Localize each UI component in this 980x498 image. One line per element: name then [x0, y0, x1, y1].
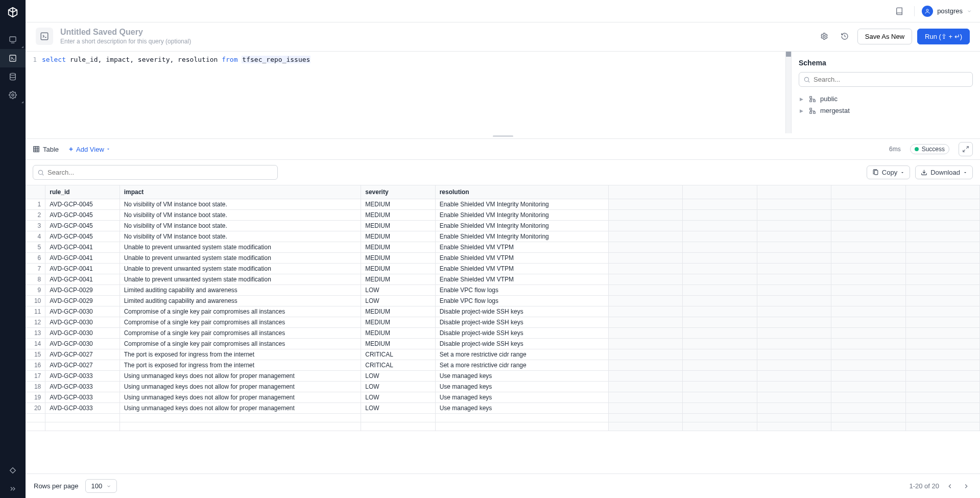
table-row[interactable]: 5AVD-GCP-0041Unable to prevent unwanted … [26, 242, 980, 252]
col-blank [831, 185, 905, 199]
cell-severity: MEDIUM [361, 263, 435, 274]
nav-queries[interactable] [0, 49, 26, 67]
cell-impact: Compromise of a single key pair compromi… [119, 306, 361, 317]
schema-item-public[interactable]: ▶ public [799, 93, 973, 105]
table-row[interactable]: 3AVD-GCP-0045No visibility of VM instanc… [26, 220, 980, 231]
rows-per-page-label: Rows per page [34, 482, 78, 490]
tab-table[interactable]: Table [33, 146, 59, 153]
copy-button[interactable]: Copy [867, 165, 910, 179]
svg-rect-0 [10, 37, 16, 41]
col-header[interactable]: resolution [435, 185, 608, 199]
cell-resolution: Use managed keys [435, 402, 608, 413]
table-search-input[interactable] [47, 169, 273, 176]
query-history-icon[interactable] [837, 29, 852, 44]
nav-database[interactable] [0, 67, 26, 86]
table-row[interactable]: 12AVD-GCP-0030Compromise of a single key… [26, 317, 980, 327]
cell-impact: No visibility of VM instance boot state. [119, 199, 361, 209]
cell-severity: MEDIUM [361, 252, 435, 263]
page-size-select[interactable]: 100 [85, 479, 117, 493]
table-row[interactable]: 18AVD-GCP-0033Using unmanaged keys does … [26, 381, 980, 392]
table-row[interactable]: 13AVD-GCP-0030Compromise of a single key… [26, 327, 980, 338]
add-view-button[interactable]: Add View [68, 146, 110, 153]
col-blank [683, 185, 757, 199]
cell-rule-id: AVD-GCP-0030 [45, 327, 119, 338]
nav-dashboard[interactable] [0, 31, 26, 49]
cell-rule-id: AVD-GCP-0029 [45, 284, 119, 295]
cell-impact: Unable to prevent unwanted system state … [119, 252, 361, 263]
cell-rule-id: AVD-GCP-0033 [45, 402, 119, 413]
run-button[interactable]: Run (⇧ + ↵) [917, 29, 970, 44]
next-page-button[interactable] [961, 481, 972, 492]
col-header[interactable]: impact [119, 185, 361, 199]
col-header[interactable]: rule_id [45, 185, 119, 199]
cell-severity: MEDIUM [361, 231, 435, 242]
table-row[interactable]: 8AVD-GCP-0041Unable to prevent unwanted … [26, 274, 980, 284]
table-row[interactable]: 2AVD-GCP-0045No visibility of VM instanc… [26, 209, 980, 220]
editor-scrollbar[interactable] [785, 52, 791, 133]
tabs-bar: Table Add View 6ms Success [26, 138, 980, 160]
results-grid[interactable]: rule_id impact severity resolution 1AVD-… [26, 185, 980, 473]
sql-editor[interactable]: 1 select rule_id, impact, severity, reso… [26, 52, 791, 133]
cell-impact: Using unmanaged keys does not allow for … [119, 402, 361, 413]
table-row[interactable]: 17AVD-GCP-0033Using unmanaged keys does … [26, 370, 980, 381]
divider [914, 6, 915, 16]
row-number: 2 [26, 209, 45, 220]
row-number: 8 [26, 274, 45, 284]
row-number: 12 [26, 317, 45, 327]
svg-rect-14 [810, 100, 812, 102]
nav-settings[interactable] [0, 86, 26, 104]
cell-rule-id: AVD-GCP-0045 [45, 231, 119, 242]
schema-search[interactable] [799, 72, 973, 87]
query-title[interactable]: Untitled Saved Query [60, 28, 809, 37]
docs-icon[interactable] [892, 4, 907, 19]
cell-rule-id: AVD-GCP-0041 [45, 263, 119, 274]
schema-item-mergestat[interactable]: ▶ mergestat [799, 105, 973, 116]
row-number: 7 [26, 263, 45, 274]
row-number: 5 [26, 242, 45, 252]
line-number: 1 [32, 56, 42, 63]
table-row[interactable]: 9AVD-GCP-0029Limited auditing capability… [26, 284, 980, 295]
table-row[interactable]: 11AVD-GCP-0030Compromise of a single key… [26, 306, 980, 317]
search-icon [803, 76, 810, 83]
table-row[interactable]: 10AVD-GCP-0029Limited auditing capabilit… [26, 295, 980, 306]
cell-rule-id: AVD-GCP-0045 [45, 220, 119, 231]
user-menu[interactable]: postgres [922, 6, 972, 17]
search-icon [37, 169, 44, 176]
table-row[interactable]: 19AVD-GCP-0033Using unmanaged keys does … [26, 392, 980, 402]
table-row[interactable]: 16AVD-GCP-0027The port is exposed for in… [26, 360, 980, 370]
table-row[interactable]: 1AVD-GCP-0045No visibility of VM instanc… [26, 199, 980, 209]
nav-collapse[interactable] [0, 480, 26, 498]
cell-severity: LOW [361, 284, 435, 295]
col-header[interactable]: severity [361, 185, 435, 199]
clipboard-icon [872, 169, 879, 176]
cell-resolution: Enable Shielded VM VTPM [435, 242, 608, 252]
row-number: 20 [26, 402, 45, 413]
prev-page-button[interactable] [944, 481, 955, 492]
cell-impact: No visibility of VM instance boot state. [119, 209, 361, 220]
col-rownum [26, 185, 45, 199]
chevron-down-icon [106, 484, 111, 489]
svg-line-11 [808, 81, 810, 82]
table-row[interactable]: 20AVD-GCP-0033Using unmanaged keys does … [26, 402, 980, 413]
cell-impact: Unable to prevent unwanted system state … [119, 274, 361, 284]
nav-tag[interactable] [0, 461, 26, 480]
svg-point-9 [823, 35, 825, 37]
col-blank [905, 185, 979, 199]
table-row[interactable]: 14AVD-GCP-0030Compromise of a single key… [26, 338, 980, 349]
expand-button[interactable] [959, 142, 973, 156]
query-settings-icon[interactable] [817, 29, 832, 44]
schema-search-input[interactable] [814, 76, 968, 83]
table-row[interactable]: 7AVD-GCP-0041Unable to prevent unwanted … [26, 263, 980, 274]
table-row[interactable]: 6AVD-GCP-0041Unable to prevent unwanted … [26, 252, 980, 263]
split-handle[interactable] [26, 133, 980, 138]
table-search[interactable] [33, 165, 278, 180]
download-button[interactable]: Download [915, 165, 973, 179]
cell-resolution: Use managed keys [435, 392, 608, 402]
cell-resolution: Set a more restrictive cidr range [435, 349, 608, 360]
table-row[interactable]: 15AVD-GCP-0027The port is exposed for in… [26, 349, 980, 360]
cell-rule-id: AVD-GCP-0027 [45, 360, 119, 370]
query-description-placeholder[interactable]: Enter a short description for this query… [60, 38, 809, 45]
table-row[interactable]: 4AVD-GCP-0045No visibility of VM instanc… [26, 231, 980, 242]
save-as-new-button[interactable]: Save As New [857, 29, 912, 44]
table-icon [33, 146, 40, 153]
